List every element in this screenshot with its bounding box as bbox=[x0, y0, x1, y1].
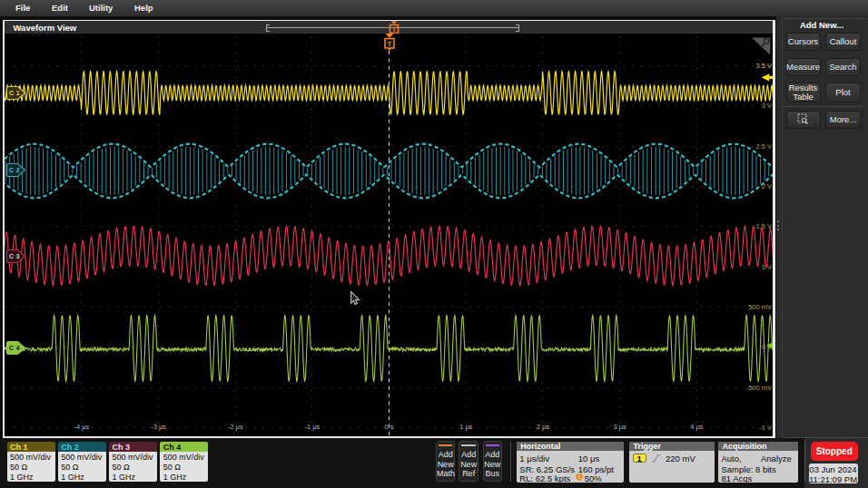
svg-text:-1 V: -1 V bbox=[759, 424, 772, 432]
svg-text:1.5 V: 1.5 V bbox=[756, 222, 772, 230]
svg-text:!: ! bbox=[578, 474, 580, 480]
svg-text:2 μs: 2 μs bbox=[537, 423, 550, 431]
svg-text:C 1: C 1 bbox=[9, 90, 20, 96]
svg-text:3.5 V: 3.5 V bbox=[756, 62, 772, 70]
svg-text:-2 μs: -2 μs bbox=[228, 423, 243, 431]
svg-text:0 s: 0 s bbox=[385, 423, 394, 431]
svg-text:2.5 V: 2.5 V bbox=[756, 142, 772, 151]
svg-text:C 3: C 3 bbox=[9, 253, 20, 259]
svg-text:T: T bbox=[391, 26, 396, 33]
svg-text:-4 μs: -4 μs bbox=[74, 423, 90, 431]
svg-text:-1 μs: -1 μs bbox=[304, 423, 320, 431]
svg-text:C 2: C 2 bbox=[9, 167, 20, 173]
svg-text:3 V: 3 V bbox=[762, 102, 772, 110]
svg-text:4 μs: 4 μs bbox=[690, 423, 704, 431]
svg-text:-500 mV: -500 mV bbox=[746, 384, 772, 392]
svg-text:3 μs: 3 μs bbox=[614, 423, 627, 431]
svg-text:T: T bbox=[388, 40, 392, 48]
svg-text:-3 μs: -3 μs bbox=[151, 423, 166, 431]
svg-text:500 mV: 500 mV bbox=[748, 303, 772, 311]
svg-text:1 μs: 1 μs bbox=[459, 423, 473, 431]
svg-text:C 4: C 4 bbox=[9, 345, 20, 351]
